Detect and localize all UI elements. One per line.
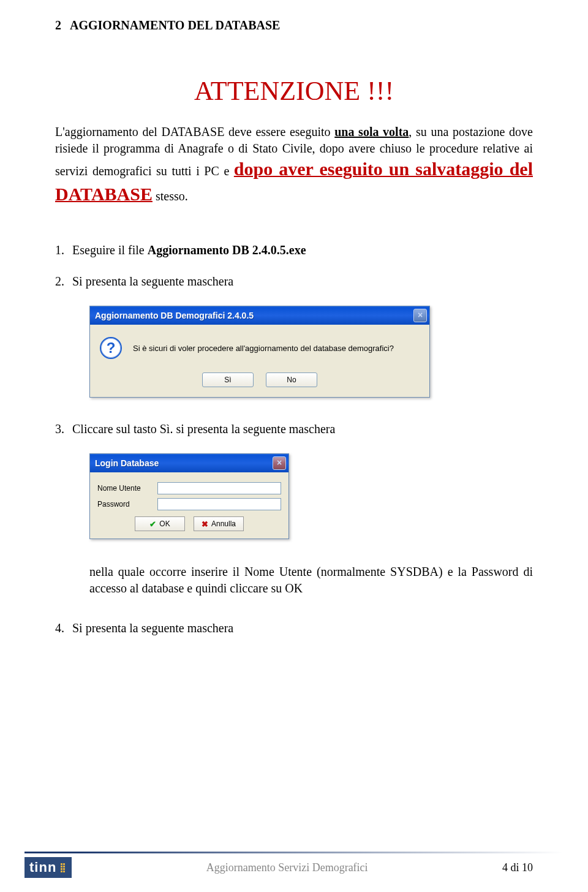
step-1-number: 1. xyxy=(55,243,72,257)
intro-text-3: stesso. xyxy=(153,189,188,203)
step-1: 1.Eseguire il file Aggiornamento DB 2.4.… xyxy=(72,243,533,257)
step-3: 3.Cliccare sul tasto Sì. si presenta la … xyxy=(72,422,533,436)
logo-dots-icon xyxy=(61,863,67,872)
page-body: 2AGGIORNAMENTO DEL DATABASE ATTENZIONE !… xyxy=(0,0,588,635)
close-icon[interactable]: × xyxy=(273,456,286,470)
confirm-body: ? Si è sicuri di voler procedere all'agg… xyxy=(90,325,429,397)
cancel-label: Annulla xyxy=(211,520,236,528)
confirm-message: Si è sicuri di voler procedere all'aggio… xyxy=(133,344,394,353)
page-footer: tinn Aggiornamento Servizi Demografici 4… xyxy=(0,852,588,882)
login-titlebar: Login Database × xyxy=(90,454,288,472)
step-4: 4.Si presenta la seguente maschera xyxy=(72,621,533,635)
step-1-text: Eseguire il file xyxy=(72,243,148,257)
footer-title: Aggiornamento Servizi Demografici xyxy=(72,861,502,874)
step-2-number: 2. xyxy=(55,274,72,289)
step-3-note: nella quale occorre inserire il Nome Ute… xyxy=(89,564,533,597)
confirm-button-row: Sì No xyxy=(100,372,420,387)
section-heading: 2AGGIORNAMENTO DEL DATABASE xyxy=(55,18,533,32)
confirm-dialog: Aggiornamento DB Demografici 2.4.0.5 × ?… xyxy=(89,306,430,398)
confirm-titlebar: Aggiornamento DB Demografici 2.4.0.5 × xyxy=(90,306,429,325)
username-row: Nome Utente xyxy=(97,482,281,494)
close-icon[interactable]: × xyxy=(413,309,427,322)
attention-heading: ATTENZIONE !!! xyxy=(55,75,533,107)
username-label: Nome Utente xyxy=(97,484,157,493)
confirm-row: ? Si è sicuri di voler procedere all'agg… xyxy=(100,337,420,359)
step-3-text: Cliccare sul tasto Sì. si presenta la se… xyxy=(72,422,335,436)
no-label: No xyxy=(287,376,296,384)
login-dialog: Login Database × Nome Utente Password ✔ … xyxy=(89,453,289,539)
intro-emph-1: una sola volta xyxy=(334,125,409,138)
check-icon: ✔ xyxy=(149,520,156,529)
step-4-text: Si presenta la seguente maschera xyxy=(72,621,233,635)
no-button[interactable]: No xyxy=(266,372,317,387)
logo-text: tinn xyxy=(29,860,56,875)
tinn-logo: tinn xyxy=(24,857,72,878)
ok-label: OK xyxy=(159,520,170,528)
login-button-row: ✔ OK ✖ Annulla xyxy=(97,516,281,531)
yes-button[interactable]: Sì xyxy=(202,372,254,387)
step-2: 2.Si presenta la seguente maschera xyxy=(72,274,533,289)
section-title: AGGIORNAMENTO DEL DATABASE xyxy=(70,18,280,32)
username-input[interactable] xyxy=(157,482,281,494)
footer-row: tinn Aggiornamento Servizi Demografici 4… xyxy=(0,857,588,878)
footer-divider xyxy=(24,852,564,853)
yes-label: Sì xyxy=(224,376,231,384)
ok-button[interactable]: ✔ OK xyxy=(135,516,185,531)
confirm-title: Aggiornamento DB Demografici 2.4.0.5 xyxy=(95,311,413,320)
section-number: 2 xyxy=(55,18,61,32)
intro-text: L'aggiornamento del DATABASE deve essere… xyxy=(55,125,334,138)
password-label: Password xyxy=(97,500,157,508)
cancel-button[interactable]: ✖ Annulla xyxy=(194,516,244,531)
intro-paragraph: L'aggiornamento del DATABASE deve essere… xyxy=(55,124,533,206)
password-input[interactable] xyxy=(157,498,281,510)
step-2-text: Si presenta la seguente maschera xyxy=(72,274,233,288)
password-row: Password xyxy=(97,498,281,510)
step-1-filename: Aggiornamento DB 2.4.0.5.exe xyxy=(148,243,306,257)
step-4-number: 4. xyxy=(55,621,72,635)
x-icon: ✖ xyxy=(202,520,208,529)
login-body: Nome Utente Password ✔ OK ✖ Annulla xyxy=(90,472,288,539)
step-3-number: 3. xyxy=(55,422,72,436)
login-title: Login Database xyxy=(95,458,273,468)
question-icon: ? xyxy=(100,337,122,359)
page-number: 4 di 10 xyxy=(502,861,533,874)
